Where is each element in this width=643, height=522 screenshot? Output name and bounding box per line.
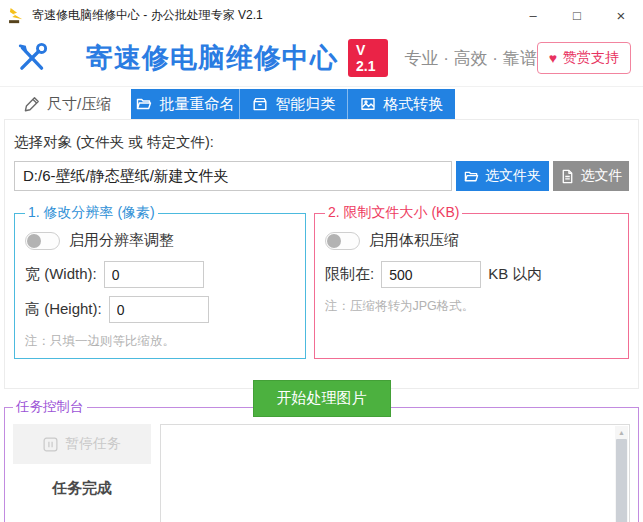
file-size-panel-legend: 2. 限制文件大小 (KB) bbox=[325, 204, 462, 222]
compression-note: 注：压缩将转为JPG格式。 bbox=[325, 298, 618, 315]
resolution-toggle-row: 启用分辨率调整 bbox=[25, 231, 295, 250]
compression-toggle-switch[interactable] bbox=[325, 232, 360, 250]
tab-size-compress[interactable]: 尺寸/压缩 bbox=[4, 89, 131, 119]
donate-support-label: 赞赏支持 bbox=[563, 49, 619, 67]
log-scrollbar[interactable]: ▲ ▼ bbox=[615, 426, 628, 522]
tab-label: 格式转换 bbox=[383, 95, 443, 114]
tab-panel-size-compress: 选择对象 (文件夹 或 特定文件): 选文件夹 选文件 1. 修改分辨率 (像素… bbox=[4, 119, 639, 389]
app-title: 寄速修电脑维修中心 bbox=[86, 40, 338, 76]
width-input[interactable] bbox=[104, 261, 204, 288]
width-label: 宽 (Width): bbox=[25, 265, 97, 284]
close-button[interactable]: × bbox=[599, 0, 643, 30]
height-field-row: 高 (Height): bbox=[25, 296, 295, 323]
resolution-panel: 1. 修改分辨率 (像素) 启用分辨率调整 宽 (Width): 高 (Heig… bbox=[14, 204, 306, 359]
app-logo-small-icon bbox=[8, 7, 25, 24]
tab-label: 尺寸/压缩 bbox=[47, 95, 111, 114]
heart-icon: ♥ bbox=[549, 50, 557, 66]
limit-field-row: 限制在: KB 以内 bbox=[325, 261, 618, 288]
pause-icon bbox=[43, 437, 58, 452]
size-limit-input[interactable] bbox=[381, 261, 481, 288]
choose-file-label: 选文件 bbox=[581, 167, 623, 185]
tab-label: 批量重命名 bbox=[159, 95, 234, 114]
console-controls: 暂停任务 任务完成 bbox=[13, 424, 151, 522]
choose-folder-button[interactable]: 选文件夹 bbox=[456, 161, 549, 191]
task-log-content bbox=[165, 427, 613, 522]
task-log-area[interactable]: ▲ ▼ bbox=[160, 424, 630, 522]
tab-bar: 尺寸/压缩 批量重命名 智能归类 格式转换 bbox=[4, 89, 639, 119]
resolution-note: 注：只填一边则等比缩放。 bbox=[25, 333, 295, 350]
toggle-knob bbox=[27, 234, 41, 248]
tab-smart-classify[interactable]: 智能归类 bbox=[239, 89, 347, 119]
pause-task-label: 暂停任务 bbox=[65, 435, 121, 453]
minimize-button[interactable]: – bbox=[511, 0, 555, 30]
archive-box-icon bbox=[252, 96, 268, 112]
folder-open-icon bbox=[136, 96, 152, 112]
window-titlebar: 寄速修电脑维修中心 - 办公批处理专家 V2.1 – □ × bbox=[0, 0, 643, 30]
height-label: 高 (Height): bbox=[25, 300, 102, 319]
start-processing-button[interactable]: 开始处理图片 bbox=[253, 380, 391, 417]
settings-panels: 1. 修改分辨率 (像素) 启用分辨率调整 宽 (Width): 高 (Heig… bbox=[14, 204, 629, 359]
version-badge: V 2.1 bbox=[348, 39, 388, 77]
tools-logo-icon bbox=[14, 40, 50, 76]
pause-task-button[interactable]: 暂停任务 bbox=[13, 424, 151, 464]
file-icon bbox=[560, 169, 575, 184]
task-console-legend: 任务控制台 bbox=[13, 398, 87, 416]
scrollbar-thumb[interactable] bbox=[616, 439, 627, 522]
resolution-toggle-switch[interactable] bbox=[25, 232, 60, 250]
donate-support-button[interactable]: ♥ 赞赏支持 bbox=[537, 42, 631, 74]
image-icon bbox=[360, 96, 376, 112]
tab-batch-rename[interactable]: 批量重命名 bbox=[131, 89, 239, 119]
compression-toggle-label: 启用体积压缩 bbox=[369, 231, 459, 250]
maximize-button[interactable]: □ bbox=[555, 0, 599, 30]
resolution-toggle-label: 启用分辨率调整 bbox=[69, 231, 174, 250]
choose-file-button[interactable]: 选文件 bbox=[553, 161, 629, 191]
toggle-knob bbox=[327, 234, 341, 248]
limit-suffix: KB 以内 bbox=[488, 265, 542, 284]
tab-label: 智能归类 bbox=[275, 95, 335, 114]
compression-toggle-row: 启用体积压缩 bbox=[325, 231, 618, 250]
tab-format-convert[interactable]: 格式转换 bbox=[347, 89, 455, 119]
limit-label: 限制在: bbox=[325, 265, 374, 284]
height-input[interactable] bbox=[109, 296, 209, 323]
width-field-row: 宽 (Width): bbox=[25, 261, 295, 288]
select-target-label: 选择对象 (文件夹 或 特定文件): bbox=[14, 133, 629, 152]
app-slogan: 专业 · 高效 · 靠谱 bbox=[404, 47, 536, 70]
window-title: 寄速修电脑维修中心 - 办公批处理专家 V2.1 bbox=[32, 7, 511, 24]
task-status-text: 任务完成 bbox=[13, 479, 151, 498]
pencil-icon bbox=[24, 96, 40, 112]
file-size-panel: 2. 限制文件大小 (KB) 启用体积压缩 限制在: KB 以内 注：压缩将转为… bbox=[314, 204, 629, 359]
choose-folder-label: 选文件夹 bbox=[485, 167, 541, 185]
folder-open-icon bbox=[464, 169, 479, 184]
target-path-input[interactable] bbox=[14, 161, 452, 191]
path-row: 选文件夹 选文件 bbox=[14, 161, 629, 191]
resolution-panel-legend: 1. 修改分辨率 (像素) bbox=[25, 204, 158, 222]
scroll-up-icon[interactable]: ▲ bbox=[618, 426, 625, 439]
console-row: 暂停任务 任务完成 ▲ ▼ bbox=[13, 424, 630, 522]
app-header: 寄速修电脑维修中心 V 2.1 专业 · 高效 · 靠谱 ♥ 赞赏支持 bbox=[0, 30, 643, 87]
